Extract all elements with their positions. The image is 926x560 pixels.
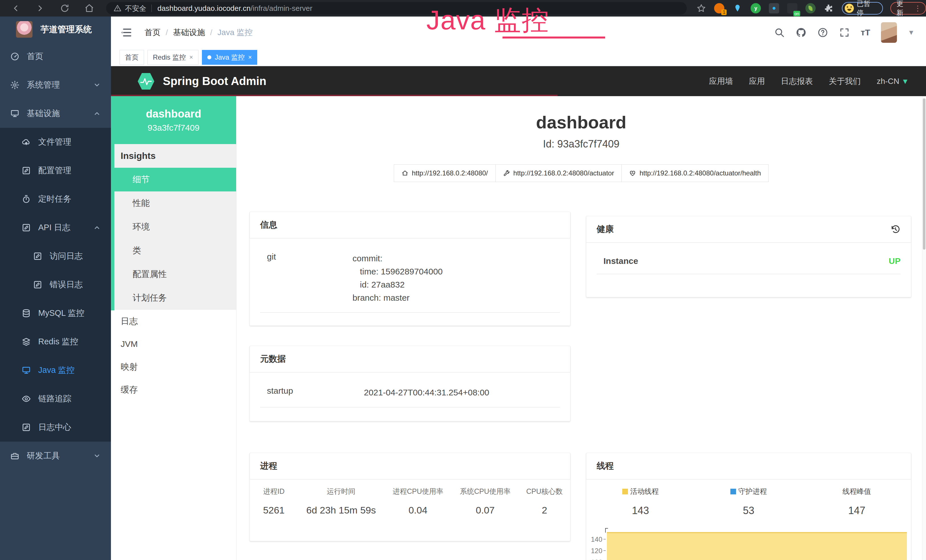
app-logo-row[interactable]: 芋道管理系统 — [0, 17, 111, 42]
browser-menu-icon[interactable]: ⋮ — [914, 7, 921, 10]
tab-label: Redis 监控 — [153, 53, 186, 62]
tab-label: 首页 — [125, 53, 139, 62]
service-url-button[interactable]: http://192.168.0.2:48080/ — [394, 164, 496, 182]
metadata-row-label: startup — [267, 386, 364, 399]
menu-item-logs[interactable]: 日志 — [111, 310, 236, 333]
fullscreen-icon[interactable] — [839, 27, 850, 38]
menu-item-performance[interactable]: 性能 — [111, 191, 236, 215]
chevron-down-icon: ▼ — [902, 77, 909, 86]
chevron-down-icon — [93, 81, 101, 89]
sba-locale-select[interactable]: zh-CN ▼ — [877, 77, 909, 86]
browser-reload-button[interactable] — [60, 3, 70, 13]
sidebar-item-label: 首页 — [27, 51, 43, 62]
tab-label: Java 监控 — [215, 53, 245, 62]
sba-nav-applications[interactable]: 应用 — [749, 76, 765, 87]
legend-daemon-threads: 守护进程 — [694, 479, 802, 496]
menu-item-caches[interactable]: 缓存 — [111, 378, 236, 401]
caret-down-icon[interactable]: ▼ — [908, 29, 915, 36]
history-icon[interactable] — [890, 224, 900, 235]
menu-item-config-props[interactable]: 配置属性 — [111, 262, 236, 286]
menu-item-jvm[interactable]: JVM — [111, 333, 236, 356]
sidebar-item-config-mgmt[interactable]: 配置管理 — [0, 156, 111, 185]
tab-java-monitor[interactable]: Java 监控 × — [202, 50, 257, 65]
extension-icon-orange[interactable]: 1 — [714, 3, 724, 14]
insights-group-label: Insights — [111, 144, 236, 168]
sidebar-item-system-mgmt[interactable]: 系统管理 — [0, 71, 111, 99]
actuator-url-button[interactable]: http://192.168.0.2:48080/actuator — [496, 164, 622, 182]
sidebar-item-error-logs[interactable]: 错误日志 — [0, 271, 111, 299]
browser-forward-button[interactable] — [35, 3, 45, 13]
sidebar-item-home[interactable]: 首页 — [0, 42, 111, 71]
spring-boot-admin-header: Spring Boot Admin 应用墙 应用 日志报表 关于我们 zh-CN… — [111, 66, 926, 96]
health-url-button[interactable]: http://192.168.0.2:48080/actuator/health — [622, 164, 769, 182]
search-icon[interactable] — [774, 27, 785, 38]
tab-redis-monitor[interactable]: Redis 监控 × — [147, 50, 198, 65]
extension-icon-leaf[interactable] — [805, 3, 816, 14]
hamburger-icon[interactable] — [121, 27, 133, 38]
github-icon[interactable] — [796, 27, 806, 38]
font-size-icon[interactable]: тT — [861, 28, 870, 37]
home-icon — [401, 170, 409, 177]
sidebar-item-mysql-monitor[interactable]: MySQL 监控 — [0, 299, 111, 327]
instance-id: 93a3fc7f7409 — [148, 123, 200, 133]
info-card-title: 信息 — [260, 219, 277, 231]
extension-badge: 1 — [721, 9, 727, 15]
gear-icon — [10, 80, 20, 89]
sidebar-item-log-center[interactable]: 日志中心 — [0, 413, 111, 442]
sba-nav-about[interactable]: 关于我们 — [829, 76, 861, 87]
browser-home-button[interactable] — [85, 3, 94, 13]
sidebar-item-scheduled-jobs[interactable]: 定时任务 — [0, 185, 111, 213]
y-tickmark — [604, 550, 606, 551]
profile-paused-chip[interactable]: 已暂停 — [842, 2, 883, 15]
close-icon[interactable]: × — [189, 54, 193, 61]
sba-nav-applications-wall[interactable]: 应用墙 — [709, 76, 733, 87]
menu-item-details[interactable]: 细节 — [111, 168, 236, 191]
extension-icon-grid[interactable] — [769, 3, 779, 14]
sidebar-item-label: Java 监控 — [38, 365, 74, 376]
scrollbar-thumb[interactable] — [923, 98, 925, 250]
sidebar-item-redis-monitor[interactable]: Redis 监控 — [0, 327, 111, 356]
active-tab-dot — [207, 55, 211, 59]
sidebar-item-java-monitor[interactable]: Java 监控 — [0, 356, 111, 384]
sidebar-item-tracing[interactable]: 链路追踪 — [0, 384, 111, 413]
user-avatar[interactable] — [881, 22, 897, 43]
menu-item-mappings[interactable]: 映射 — [111, 356, 236, 378]
menu-item-environment[interactable]: 环境 — [111, 215, 236, 239]
sidebar-item-infrastructure[interactable]: 基础设施 — [0, 99, 111, 128]
extension-icon-pin[interactable] — [732, 3, 743, 14]
breadcrumb-item-infrastructure[interactable]: 基础设施 — [173, 27, 205, 38]
peak-threads-value: 147 — [803, 496, 911, 517]
help-icon[interactable] — [817, 27, 828, 38]
sidebar-item-file-mgmt[interactable]: 文件管理 — [0, 128, 111, 156]
sidebar-item-label: 日志中心 — [38, 422, 71, 433]
close-icon[interactable]: × — [248, 54, 252, 61]
sidebar-item-label: 基础设施 — [27, 108, 60, 119]
tab-home[interactable]: 首页 — [120, 50, 144, 65]
bookmark-star-icon[interactable] — [696, 3, 706, 13]
page-scrollbar[interactable] — [922, 96, 926, 560]
instance-sidebar: dashboard 93a3fc7f7409 Insights 细节 性能 环境… — [111, 96, 236, 560]
address-bar[interactable]: 不安全 dashboard.yudao.iocoder.cn/infra/adm… — [106, 2, 687, 15]
sidebar-item-api-logs[interactable]: API 日志 — [0, 213, 111, 242]
browser-back-button[interactable] — [11, 3, 21, 13]
extensions-puzzle-icon[interactable] — [824, 3, 833, 13]
health-row-label: Instance — [604, 256, 638, 266]
menu-item-classes[interactable]: 类 — [111, 239, 236, 262]
browser-update-button[interactable]: 更新 ⋮ — [890, 2, 926, 15]
breadcrumb-item-home[interactable]: 首页 — [145, 27, 160, 38]
extension-icon-switch[interactable]: on — [787, 3, 797, 14]
monitor-icon — [10, 109, 20, 118]
sba-nav-journal[interactable]: 日志报表 — [781, 76, 813, 87]
annotation-underline — [502, 36, 605, 38]
sidebar-item-dev-tools[interactable]: 研发工具 — [0, 442, 111, 470]
y-tickmark — [604, 539, 606, 539]
extension-icon-y[interactable]: y — [750, 3, 761, 14]
menu-item-scheduled-tasks[interactable]: 计划任务 — [111, 286, 236, 310]
instance-id-subtitle: Id: 93a3fc7f7409 — [236, 138, 926, 150]
process-header-proc-cpu: 进程CPU使用率 — [384, 479, 452, 496]
service-url-label: http://192.168.0.2:48080/ — [412, 169, 488, 177]
y-tick-140: 140 — [586, 536, 602, 543]
sidebar-item-access-logs[interactable]: 访问日志 — [0, 242, 111, 271]
sidebar-item-label: 配置管理 — [38, 165, 71, 176]
spring-boot-admin-logo — [136, 72, 156, 91]
